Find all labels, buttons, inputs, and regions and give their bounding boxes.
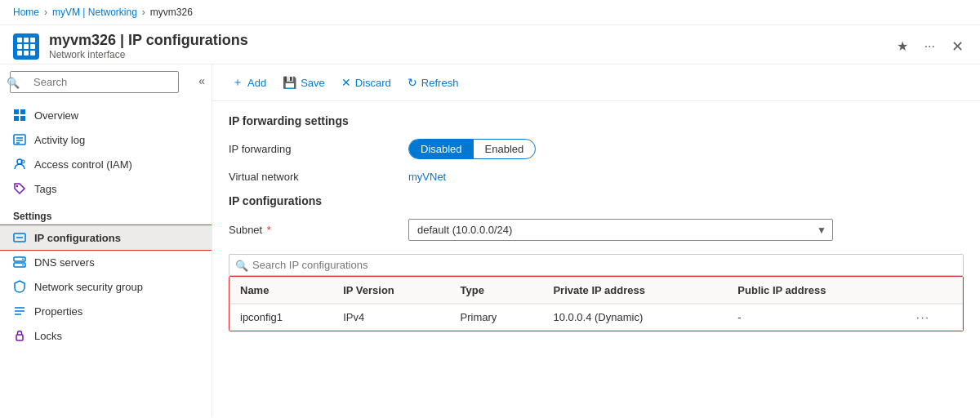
svg-point-15 xyxy=(22,259,24,260)
breadcrumb-current: myvm326 xyxy=(150,7,193,18)
sidebar-item-label: Overview xyxy=(34,109,78,122)
dns-icon xyxy=(13,256,26,269)
virtual-network-label: Virtual network xyxy=(229,171,408,183)
sidebar-item-label: Tags xyxy=(34,183,56,195)
page-title: myvm326 | IP configurations xyxy=(49,32,893,49)
sidebar: 🔍 « Overview xyxy=(0,64,212,417)
ip-search-input[interactable] xyxy=(229,254,964,276)
discard-icon: ✕ xyxy=(341,76,351,89)
save-button[interactable]: 💾 Save xyxy=(276,72,332,93)
ip-search-wrap: 🔍 xyxy=(229,254,964,276)
close-button[interactable]: ✕ xyxy=(948,34,967,59)
properties-icon xyxy=(13,305,26,318)
col-private-ip: Private IP address xyxy=(543,278,728,305)
col-name: Name xyxy=(230,278,334,305)
ip-config-icon xyxy=(13,231,26,244)
svg-rect-2 xyxy=(14,116,19,121)
ip-forwarding-row: IP forwarding Disabled Enabled xyxy=(229,139,964,159)
ip-forwarding-toggle: Disabled Enabled xyxy=(408,139,964,159)
col-type: Type xyxy=(451,278,544,305)
subnet-select-wrap: default (10.0.0.0/24) ▼ xyxy=(408,219,964,241)
row-actions-button[interactable]: ··· xyxy=(906,304,962,331)
virtual-network-link[interactable]: myVNet xyxy=(408,171,446,183)
tags-icon xyxy=(13,182,26,195)
ip-config-table: Name IP Version Type Private IP address … xyxy=(229,277,963,331)
search-input[interactable] xyxy=(10,71,179,93)
sidebar-item-network-security-group[interactable]: Network security group xyxy=(0,274,212,299)
col-actions xyxy=(906,278,962,305)
table-header-row: Name IP Version Type Private IP address … xyxy=(230,278,963,305)
toolbar: ＋ Add 💾 Save ✕ Discard ↻ Refresh xyxy=(212,64,980,101)
breadcrumb-networking[interactable]: myVM | Networking xyxy=(52,7,137,18)
settings-section-label: Settings xyxy=(0,201,212,225)
favorite-button[interactable]: ★ xyxy=(893,35,911,57)
breadcrumb: Home › myVM | Networking › myvm326 xyxy=(0,0,980,25)
col-ip-version: IP Version xyxy=(333,278,450,305)
svg-point-16 xyxy=(22,265,24,266)
page-subtitle: Network interface xyxy=(49,49,893,60)
sidebar-item-label: Network security group xyxy=(34,281,143,293)
overview-icon xyxy=(13,109,26,122)
subnet-row: Subnet * default (10.0.0.0/24) ▼ xyxy=(229,219,964,241)
content-area: ＋ Add 💾 Save ✕ Discard ↻ Refresh IP forw… xyxy=(212,64,980,417)
col-public-ip: Public IP address xyxy=(728,278,906,305)
ip-config-section-title: IP configurations xyxy=(229,194,964,207)
svg-point-10 xyxy=(16,185,18,187)
sidebar-item-activity-log[interactable]: Activity log xyxy=(0,127,212,152)
main-layout: 🔍 « Overview xyxy=(0,64,980,417)
subnet-required-mark: * xyxy=(267,224,271,236)
page-icon xyxy=(13,33,39,60)
ip-config-table-container: Name IP Version Type Private IP address … xyxy=(229,276,964,331)
activity-log-icon xyxy=(13,133,26,146)
iam-icon xyxy=(13,158,26,171)
svg-rect-3 xyxy=(20,116,25,121)
nsg-icon xyxy=(13,280,26,293)
subnet-select[interactable]: default (10.0.0.0/24) xyxy=(408,219,833,241)
sidebar-item-label: DNS servers xyxy=(34,256,95,269)
forwarding-enabled-button[interactable]: Enabled xyxy=(474,140,536,158)
svg-rect-1 xyxy=(20,109,25,114)
page-title-block: myvm326 | IP configurations Network inte… xyxy=(49,32,893,60)
more-options-button[interactable]: ··· xyxy=(921,36,938,57)
forwarding-disabled-button[interactable]: Disabled xyxy=(409,140,474,158)
save-icon: 💾 xyxy=(283,76,296,89)
ip-forwarding-label: IP forwarding xyxy=(229,143,408,155)
cell-ip-version: IPv4 xyxy=(333,304,450,331)
sidebar-item-label: Properties xyxy=(34,305,82,318)
ip-config-section: 🔍 Name IP Version Type Private IP addres… xyxy=(229,254,964,331)
discard-button[interactable]: ✕ Discard xyxy=(335,72,398,93)
page-header: myvm326 | IP configurations Network inte… xyxy=(0,25,980,64)
sidebar-item-overview[interactable]: Overview xyxy=(0,103,212,127)
locks-icon xyxy=(13,329,26,342)
sidebar-item-locks[interactable]: Locks xyxy=(0,323,212,348)
virtual-network-value: myVNet xyxy=(408,171,964,183)
sidebar-item-tags[interactable]: Tags xyxy=(0,176,212,201)
forwarding-toggle-group: Disabled Enabled xyxy=(408,139,536,159)
forwarding-section-title: IP forwarding settings xyxy=(229,114,964,127)
svg-rect-0 xyxy=(14,109,19,114)
sidebar-item-ip-configurations[interactable]: IP configurations xyxy=(0,225,212,250)
breadcrumb-home[interactable]: Home xyxy=(13,7,39,18)
cell-public-ip: - xyxy=(728,304,906,331)
cell-private-ip: 10.0.0.4 (Dynamic) xyxy=(543,304,728,331)
sidebar-item-dns-servers[interactable]: DNS servers xyxy=(0,250,212,274)
sidebar-item-label: IP configurations xyxy=(34,232,121,244)
svg-rect-20 xyxy=(16,335,23,340)
sidebar-nav: Overview Activity log xyxy=(0,100,212,351)
sidebar-item-label: Activity log xyxy=(34,134,85,146)
subnet-dropdown-wrap: default (10.0.0.0/24) ▼ xyxy=(408,219,833,241)
add-button[interactable]: ＋ Add xyxy=(225,71,273,94)
sidebar-item-properties[interactable]: Properties xyxy=(0,299,212,323)
sidebar-item-label: Locks xyxy=(34,330,62,342)
content-body: IP forwarding settings IP forwarding Dis… xyxy=(212,101,980,345)
sidebar-item-label: Access control (IAM) xyxy=(34,158,132,171)
virtual-network-row: Virtual network myVNet xyxy=(229,171,964,183)
cell-name: ipconfig1 xyxy=(230,304,334,331)
add-icon: ＋ xyxy=(232,75,243,90)
header-actions: ★ ··· ✕ xyxy=(893,34,967,59)
subnet-label: Subnet * xyxy=(229,224,408,236)
refresh-icon: ↻ xyxy=(408,76,417,89)
collapse-sidebar-button[interactable]: « xyxy=(192,71,212,91)
refresh-button[interactable]: ↻ Refresh xyxy=(401,72,466,93)
sidebar-item-iam[interactable]: Access control (IAM) xyxy=(0,152,212,176)
